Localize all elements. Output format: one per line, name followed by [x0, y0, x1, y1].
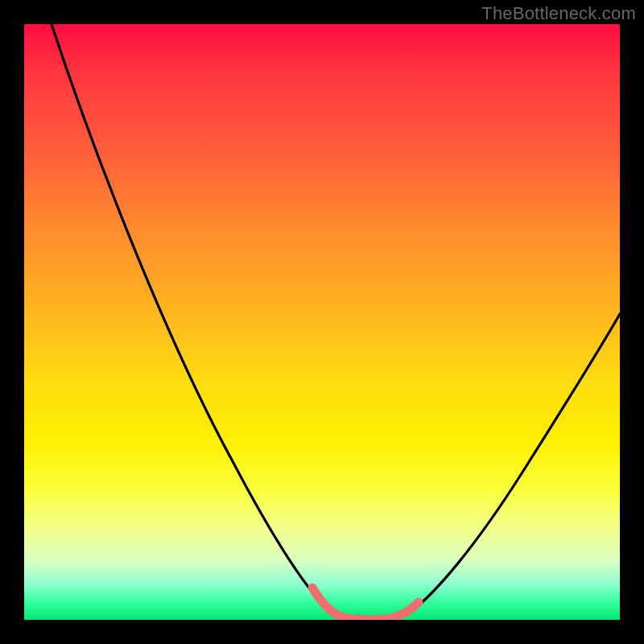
optimal-range-highlight — [312, 588, 419, 620]
watermark-text: TheBottleneck.com — [481, 3, 636, 24]
plot-area — [24, 24, 620, 620]
curve-path — [52, 24, 620, 620]
chart-frame: TheBottleneck.com — [0, 0, 644, 644]
bottleneck-curve — [24, 24, 620, 620]
